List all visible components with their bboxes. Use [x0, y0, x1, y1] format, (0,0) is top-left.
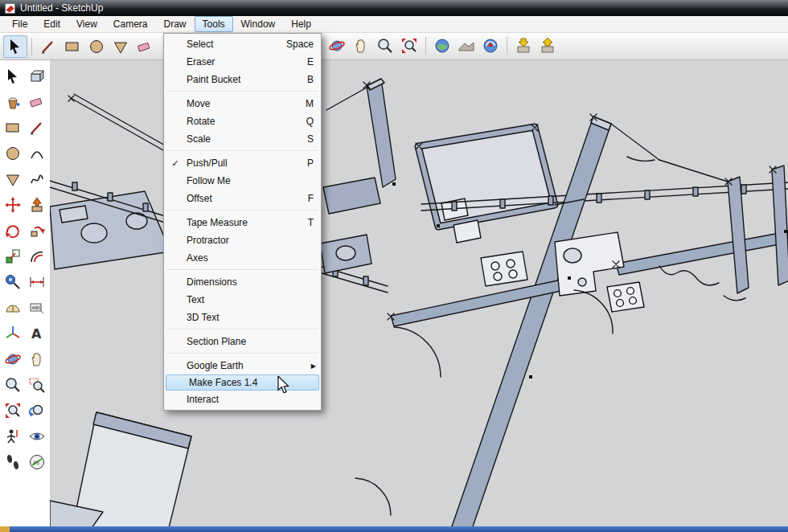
make-component-icon	[28, 68, 46, 85]
tool-zoom-extents-button[interactable]	[2, 399, 23, 421]
menu-item-select[interactable]: SelectSpace	[164, 35, 321, 53]
eraser-icon	[28, 93, 46, 111]
zoom-extents-icon	[400, 37, 418, 55]
toolbar-polygon-button[interactable]	[109, 35, 133, 58]
menu-file[interactable]: File	[4, 16, 35, 32]
toolbar-orbit-button[interactable]	[325, 35, 349, 57]
tool-push-pull-button[interactable]	[26, 194, 47, 215]
toolbar-place-model-button[interactable]	[478, 35, 503, 57]
tool-walk-button[interactable]	[2, 451, 23, 473]
svg-text:A: A	[31, 326, 42, 342]
toolbar-toggle-terrain-button[interactable]	[454, 35, 478, 57]
drawing-canvas[interactable]	[50, 60, 788, 526]
tool-move-button[interactable]	[2, 194, 23, 215]
dimension-icon	[28, 273, 46, 291]
menu-item-scale[interactable]: ScaleS	[164, 130, 321, 148]
window-title: Untitled - SketchUp	[20, 2, 103, 14]
tool-section-plane-button[interactable]: PS	[26, 451, 47, 473]
tool-protractor-button[interactable]	[2, 297, 23, 318]
menu-item-3d-text[interactable]: 3D Text	[164, 309, 321, 326]
toolbar-zoom-extents-button[interactable]	[397, 35, 421, 57]
menu-camera[interactable]: Camera	[105, 16, 156, 32]
menu-item-push-pull[interactable]: ✓Push/PullP	[164, 154, 321, 172]
menu-item-axes[interactable]: Axes	[164, 249, 321, 267]
menu-item-dimensions[interactable]: Dimensions	[164, 273, 321, 291]
toolbar-pan-button[interactable]	[349, 35, 373, 57]
tool-zoom-window-button[interactable]	[26, 374, 47, 395]
menu-item-rotate[interactable]: RotateQ	[164, 113, 321, 130]
menu-item-interact[interactable]: Interact	[164, 391, 321, 408]
tool-position-camera-button[interactable]	[2, 425, 23, 447]
menu-help[interactable]: Help	[283, 16, 319, 32]
toolbar-get-current-view-button[interactable]	[430, 35, 454, 57]
tool-arc-button[interactable]	[26, 142, 47, 164]
menu-item-make-faces[interactable]: Make Faces 1.4	[166, 374, 319, 391]
tool-paint-bucket-button[interactable]	[2, 91, 23, 113]
select-icon	[4, 68, 22, 85]
menu-item-eraser[interactable]: EraserE	[164, 53, 321, 71]
tool-axes-button[interactable]	[2, 322, 23, 344]
menu-item-move[interactable]: MoveM	[164, 95, 321, 113]
tool-eraser-button[interactable]	[26, 91, 47, 113]
toolbar-get-models-button[interactable]	[511, 35, 536, 57]
3d-text-icon: A	[28, 325, 46, 342]
zoom-window-icon	[28, 376, 46, 394]
rectangle-icon	[64, 38, 81, 55]
tool-zoom-button[interactable]	[2, 374, 23, 395]
menu-edit[interactable]: Edit	[35, 16, 68, 32]
menu-tools[interactable]: Tools	[195, 16, 233, 32]
tool-offset-button[interactable]	[26, 245, 47, 267]
orbit-icon	[4, 350, 22, 368]
tool-pan-button[interactable]	[26, 348, 47, 370]
follow-me-icon	[28, 222, 46, 239]
bottom-bar	[0, 526, 788, 532]
tool-previous-view-button[interactable]	[26, 399, 47, 421]
menu-item-google-earth[interactable]: Google Earth▶	[164, 357, 321, 374]
top-toolbar	[0, 33, 788, 60]
toolbar-zoom-button[interactable]	[373, 35, 397, 57]
menu-view[interactable]: View	[68, 16, 105, 32]
menu-item-tape-measure[interactable]: Tape MeasureT	[164, 214, 321, 231]
tool-orbit-button[interactable]	[2, 348, 23, 370]
tool-rotate-button[interactable]	[2, 219, 23, 241]
tool-tape-measure-button[interactable]	[2, 271, 23, 293]
tool-dimension-button[interactable]	[26, 271, 47, 293]
menu-item-text[interactable]: Text	[164, 291, 321, 309]
menu-item-offset[interactable]: OffsetF	[164, 190, 321, 207]
menu-item-protractor[interactable]: Protractor	[164, 231, 321, 249]
tool-3d-text-button[interactable]: A	[26, 322, 47, 344]
tool-select-button[interactable]	[2, 65, 23, 87]
toolbar-circle-button[interactable]	[84, 35, 109, 58]
tool-follow-me-button[interactable]	[26, 219, 47, 241]
tool-freehand-button[interactable]	[26, 168, 47, 190]
toolbar-line-button[interactable]	[36, 35, 60, 58]
move-icon	[4, 196, 22, 214]
toolbar-eraser-button[interactable]	[133, 35, 157, 58]
toolbar-select-button[interactable]	[3, 35, 27, 58]
menu-item-section-plane[interactable]: Section Plane	[164, 333, 321, 350]
rotate-icon	[4, 222, 22, 239]
paint-bucket-icon	[4, 93, 22, 111]
menu-item-follow-me[interactable]: Follow Me	[164, 172, 321, 190]
polygon-icon	[112, 38, 129, 55]
tool-rectangle-button[interactable]	[2, 117, 23, 138]
tool-polygon-button[interactable]	[2, 168, 23, 190]
menu-window[interactable]: Window	[233, 16, 284, 32]
place-model-icon	[482, 37, 499, 55]
menu-separator	[166, 353, 318, 354]
tool-text-button[interactable]: ABC	[26, 297, 47, 318]
toolbar-separator	[507, 37, 507, 55]
toolbar-rectangle-button[interactable]	[60, 35, 84, 58]
menu-item-paint-bucket[interactable]: Paint BucketB	[164, 71, 321, 88]
tool-make-component-button[interactable]	[26, 65, 47, 87]
tool-scale-button[interactable]	[2, 245, 23, 267]
zoom-extents-icon	[4, 402, 22, 419]
push-pull-icon	[28, 196, 46, 214]
text-icon: ABC	[28, 299, 46, 317]
tools-menu: SelectSpace EraserE Paint BucketB MoveM …	[163, 33, 322, 411]
tool-line-button[interactable]	[26, 117, 47, 138]
tool-circle-button[interactable]	[2, 142, 23, 164]
tool-look-around-button[interactable]	[26, 425, 47, 447]
menu-draw[interactable]: Draw	[156, 16, 195, 32]
toolbar-share-model-button[interactable]	[536, 35, 560, 57]
